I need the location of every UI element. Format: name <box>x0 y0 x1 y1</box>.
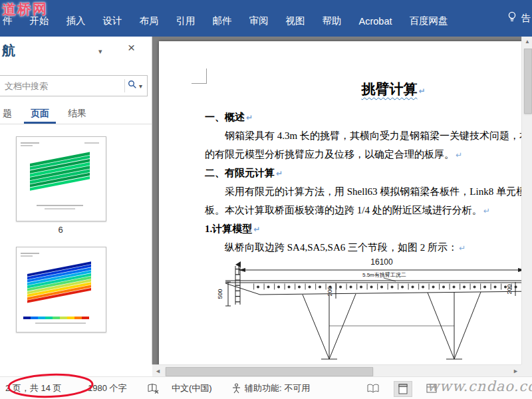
doc-line: 采用有限元的计算方法，用 Shell63 模拟钢箱梁各板件，Link8 单元模拟… <box>205 182 521 201</box>
scroll-left-icon[interactable]: ◄ <box>155 368 161 374</box>
tab-baidu-netdisk[interactable]: 百度网盘 <box>400 11 456 31</box>
thumbnail-page-number: 6 <box>16 225 105 235</box>
scroll-right-icon[interactable]: ► <box>513 368 519 374</box>
navigation-tab-strip: 题 页面 结果 <box>0 106 152 124</box>
accessibility-icon <box>231 383 241 396</box>
ribbon-tab-strip: 件 开始 插入 设计 布局 引用 邮件 审阅 视图 帮助 Acrobat 百度网… <box>0 11 456 31</box>
tell-me-label: 告 <box>521 12 532 25</box>
chevron-down-icon[interactable]: ▾ <box>98 47 102 56</box>
tab-references[interactable]: 引用 <box>168 11 204 31</box>
figure-dim-200-mid: 200 <box>327 286 333 296</box>
nav-tab-headings[interactable]: 题 <box>1 106 19 124</box>
vertical-scrollbar[interactable]: ▲ <box>521 37 532 364</box>
scrollbar-corner <box>521 364 532 376</box>
tab-mailings[interactable]: 邮件 <box>204 11 241 31</box>
word-application-window: 件 开始 插入 设计 布局 引用 邮件 审阅 视图 帮助 Acrobat 百度网… <box>0 0 532 399</box>
horizontal-scrollbar-thumb[interactable] <box>166 367 373 376</box>
lightbulb-icon <box>507 11 517 25</box>
proofing-errors-icon[interactable] <box>148 383 159 396</box>
tab-review[interactable]: 审阅 <box>241 11 277 31</box>
ribbon-bar: 件 开始 插入 设计 布局 引用 邮件 审阅 视图 帮助 Acrobat 百度网… <box>0 0 532 37</box>
red-circle-annotation <box>5 372 98 399</box>
doc-line: 的有限元模型分析挑臂应力及位移，以确定合理的板厚。↵ <box>205 145 521 164</box>
nav-tab-pages[interactable]: 页面 <box>24 106 56 124</box>
figure-dim-200-right: 200 <box>506 284 513 294</box>
read-mode-button[interactable] <box>364 381 382 396</box>
document-heading: 挑臂计算↵ <box>159 80 521 98</box>
accessibility-status[interactable]: 辅助功能: 不可用 <box>245 377 310 399</box>
tell-me-box[interactable]: 告 <box>507 11 532 25</box>
tab-acrobat[interactable]: Acrobat <box>350 13 401 30</box>
nav-tab-results[interactable]: 结果 <box>61 106 93 124</box>
scroll-up-icon[interactable]: ▲ <box>522 39 532 45</box>
doc-line: 钢箱梁具有 4.3m 长的挑臂，其横向受力是钢箱梁一关键技术问题，本次计算 <box>205 126 521 145</box>
navigation-pane-title: 航 <box>2 42 15 60</box>
document-page[interactable]: 挑臂计算↵ 一、概述↵ 钢箱梁具有 4.3m 长的挑臂，其横向受力是钢箱梁一关键… <box>159 41 521 364</box>
doc-line: 纵桥向取边跨 SA4,SA5,SA6 三个节段，如图 2 所示：↵ <box>205 238 521 257</box>
site-logo-watermark: 道桥网 <box>2 0 48 19</box>
site-url-watermark: www.cndao.com <box>427 378 532 394</box>
document-text: 一、概述↵ 钢箱梁具有 4.3m 长的挑臂，其横向受力是钢箱梁一关键技术问题，本… <box>205 108 521 257</box>
page-thumbnail-6[interactable] <box>16 136 106 221</box>
print-layout-button[interactable] <box>394 381 412 397</box>
horizontal-scrollbar[interactable]: ◄ ► <box>152 364 521 377</box>
close-icon[interactable]: × <box>128 41 135 55</box>
doc-line: 1.计算模型↵ <box>205 219 521 238</box>
tab-help[interactable]: 帮助 <box>314 11 350 31</box>
tab-view[interactable]: 视图 <box>277 11 314 31</box>
search-icon[interactable] <box>128 80 137 92</box>
language-indicator[interactable]: 中文(中国) <box>172 377 212 399</box>
doc-line: 板。本次计算取桥面板较薄的边跨 1/4 处的附近区域进行分析。↵ <box>205 201 521 219</box>
doc-line: 二、有限元计算↵ <box>205 164 521 182</box>
search-options-chevron-icon[interactable]: ▾ <box>137 82 147 90</box>
navigation-pane: 航 ▾ × ▾ 题 页面 结果 <box>0 37 152 364</box>
tab-design[interactable]: 设计 <box>94 11 131 31</box>
paragraph-mark: ↵ <box>418 86 425 96</box>
figure-dim-500: 500 <box>217 289 223 299</box>
tab-insert[interactable]: 插入 <box>58 11 94 31</box>
tab-layout[interactable]: 布局 <box>131 11 168 31</box>
navigation-search-box: ▾ <box>0 75 148 96</box>
doc-line: 一、概述↵ <box>205 108 521 126</box>
figure-dim-total: 16100 <box>370 257 393 267</box>
search-input[interactable] <box>0 77 122 94</box>
vertical-scrollbar-thumb[interactable] <box>524 49 532 114</box>
document-canvas: 挑臂计算↵ 一、概述↵ 钢箱梁具有 4.3m 长的挑臂，其横向受力是钢箱梁一关键… <box>152 37 521 364</box>
page-thumbnail-7[interactable] <box>16 247 106 332</box>
figure-note: 5.5m有挑臂工况二 <box>362 271 406 278</box>
divider <box>124 79 125 92</box>
figure-bridge-drawing: 16100 500 200 200 5.5m有挑臂工况二 <box>217 257 521 364</box>
